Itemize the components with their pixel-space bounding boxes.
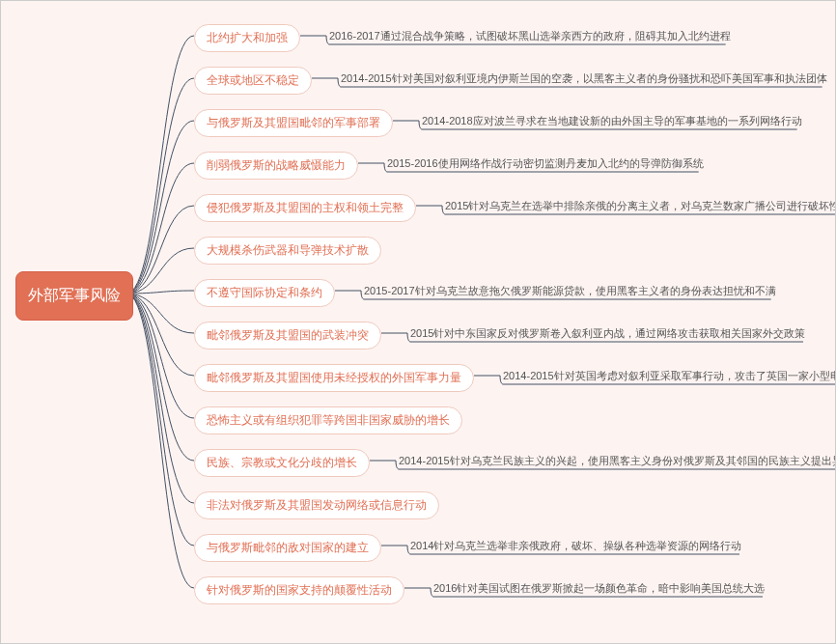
leaf-text: 2014-2015针对乌克兰民族主义的兴起，使用黑客主义身份对俄罗斯及其邻国的民…	[399, 454, 836, 468]
leaf-text: 2014-2018应对波兰寻求在当地建设新的由外国主导的军事基地的一系列网络行动	[422, 114, 802, 128]
root-node[interactable]: 外部军事风险	[15, 271, 133, 321]
branch-node[interactable]: 毗邻俄罗斯及其盟国的武装冲突	[194, 322, 381, 350]
branch-node[interactable]: 毗邻俄罗斯及其盟国使用未经授权的外国军事力量	[194, 364, 474, 392]
leaf-text: 2015-2017针对乌克兰故意拖欠俄罗斯能源贷款，使用黑客主义者的身份表达担忧…	[364, 284, 776, 298]
branch-node[interactable]: 不遵守国际协定和条约	[194, 279, 335, 307]
branch-node[interactable]: 侵犯俄罗斯及其盟国的主权和领土完整	[194, 194, 416, 222]
branch-node[interactable]: 大规模杀伤武器和导弹技术扩散	[194, 237, 381, 265]
leaf-text: 2015针对乌克兰在选举中排除亲俄的分离主义者，对乌克兰数家广播公司进行破坏性攻…	[445, 199, 836, 213]
leaf-text: 2016针对美国试图在俄罗斯掀起一场颜色革命，暗中影响美国总统大选	[433, 581, 765, 596]
leaf-text: 2014针对乌克兰选举非亲俄政府，破坏、操纵各种选举资源的网络行动	[410, 539, 741, 553]
branch-node[interactable]: 全球或地区不稳定	[194, 67, 312, 95]
branch-node[interactable]: 民族、宗教或文化分歧的增长	[194, 449, 370, 477]
leaf-text: 2015针对中东国家反对俄罗斯卷入叙利亚内战，通过网络攻击获取相关国家外交政策	[410, 326, 805, 341]
branch-node[interactable]: 与俄罗斯及其盟国毗邻的军事部署	[194, 109, 393, 137]
leaf-text: 2014-2015针对英国考虑对叙利亚采取军事行动，攻击了英国一家小型电视台的伊…	[503, 369, 836, 383]
leaf-text: 2016-2017通过混合战争策略，试图破坏黑山选举亲西方的政府，阻碍其加入北约…	[329, 29, 731, 43]
branch-node[interactable]: 针对俄罗斯的国家支持的颠覆性活动	[194, 576, 404, 604]
branch-node[interactable]: 与俄罗斯毗邻的敌对国家的建立	[194, 534, 381, 562]
branch-node[interactable]: 恐怖主义或有组织犯罪等跨国非国家威胁的增长	[194, 406, 462, 434]
branch-node[interactable]: 北约扩大和加强	[194, 24, 300, 52]
branch-node[interactable]: 非法对俄罗斯及其盟国发动网络或信息行动	[194, 491, 439, 519]
branch-node[interactable]: 削弱俄罗斯的战略威慑能力	[194, 152, 358, 180]
leaf-text: 2015-2016使用网络作战行动密切监测丹麦加入北约的导弹防御系统	[387, 156, 704, 171]
leaf-text: 2014-2015针对美国对叙利亚境内伊斯兰国的空袭，以黑客主义者的身份骚扰和恐…	[341, 71, 827, 86]
